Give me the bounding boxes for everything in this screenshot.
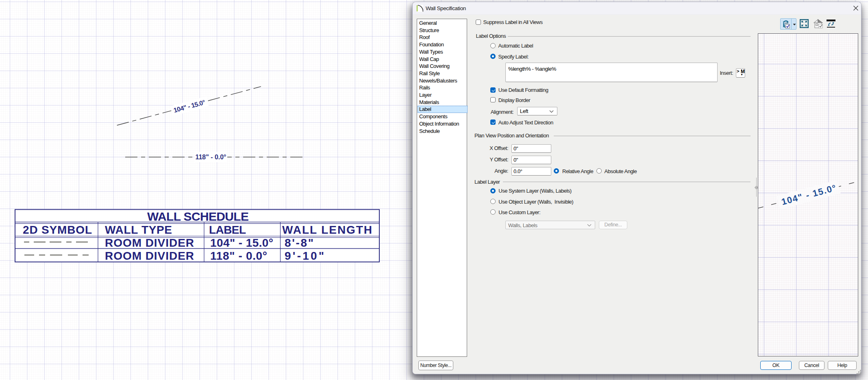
svg-text:WALL TYPE: WALL TYPE xyxy=(105,224,172,236)
svg-text:ROOM DIVIDER: ROOM DIVIDER xyxy=(105,250,194,262)
svg-text:LABEL: LABEL xyxy=(209,224,246,236)
svg-text:WALL SCHEDULE: WALL SCHEDULE xyxy=(147,210,249,223)
svg-text:WALL LENGTH: WALL LENGTH xyxy=(282,224,372,236)
svg-text:104" - 15.0°: 104" - 15.0° xyxy=(173,99,206,114)
svg-text:8'-8": 8'-8" xyxy=(285,237,313,249)
svg-text:104" - 15.0°: 104" - 15.0° xyxy=(210,237,273,249)
svg-text:118" - 0.0°: 118" - 0.0° xyxy=(210,250,267,262)
svg-text:118" - 0.0°: 118" - 0.0° xyxy=(196,154,226,161)
svg-text:2D SYMBOL: 2D SYMBOL xyxy=(23,224,92,236)
svg-text:ROOM DIVIDER: ROOM DIVIDER xyxy=(105,237,194,249)
